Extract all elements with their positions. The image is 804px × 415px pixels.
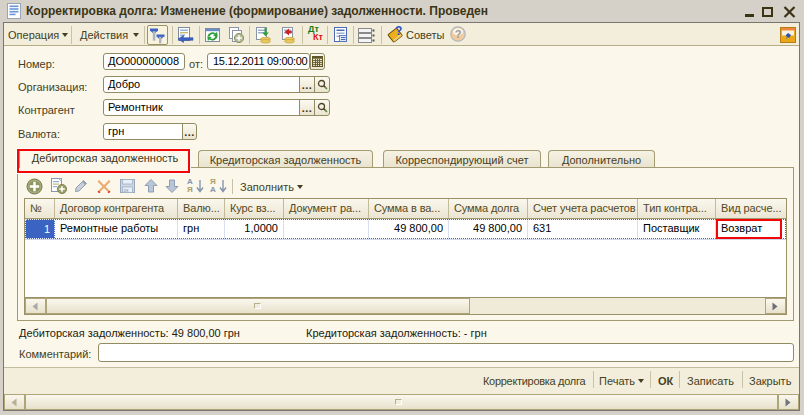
svg-text:?: ?: [395, 24, 402, 38]
svg-text:?: ?: [455, 28, 462, 40]
svg-text:ок: ок: [124, 187, 130, 193]
